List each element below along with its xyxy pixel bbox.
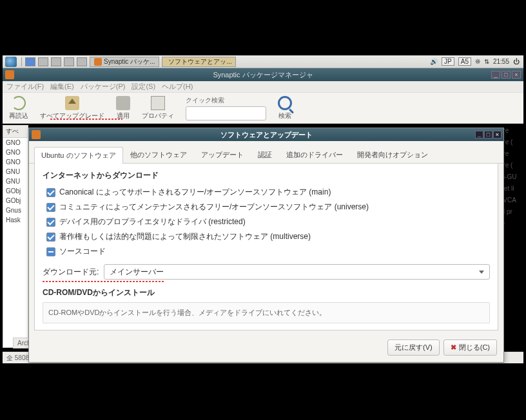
- sidebar-header: すべ: [3, 126, 28, 138]
- reload-icon: [12, 96, 26, 110]
- tab-additional-drivers[interactable]: 追加のドライバー: [279, 146, 350, 163]
- minimize-icon[interactable]: _: [475, 131, 483, 138]
- search-button[interactable]: 検索: [278, 96, 292, 120]
- category-sidebar[interactable]: すべ GNOGNOGNOGNUGNUGObjGObjGnusHask: [3, 125, 28, 348]
- revert-button[interactable]: 元に戻す(V): [387, 339, 440, 356]
- menu-package[interactable]: パッケージ(P): [81, 82, 126, 91]
- properties-button[interactable]: プロパティ: [142, 96, 174, 120]
- checkbox-universe[interactable]: [46, 203, 55, 212]
- network-icon[interactable]: ⇅: [484, 58, 489, 65]
- maximize-icon[interactable]: □: [502, 71, 511, 79]
- power-icon[interactable]: ⏻: [513, 58, 520, 65]
- tab-ubuntu-software[interactable]: Ubuntu のソフトウェア: [34, 147, 123, 164]
- properties-icon: [151, 96, 165, 110]
- quick-search-label: クイック検索: [186, 96, 266, 105]
- panel-launcher-icon[interactable]: [38, 57, 48, 66]
- synaptic-menubar: ファイル(F) 編集(E) パッケージ(P) 設定(S) ヘルプ(H): [3, 81, 523, 93]
- taskbar-item-synaptic[interactable]: Synaptic パッケ...: [90, 57, 159, 67]
- close-icon[interactable]: ×: [493, 131, 502, 138]
- sidebar-item[interactable]: GNO: [3, 148, 28, 157]
- upgrade-all-button[interactable]: すべてアップグレード: [40, 96, 104, 120]
- reload-button[interactable]: 再読込: [9, 96, 28, 120]
- checkbox-multiverse-label: 著作権もしくは法的な問題によって制限されたソフトウェア (multiverse): [59, 231, 311, 242]
- panel-launcher-icon[interactable]: [51, 57, 61, 66]
- synaptic-titlebar[interactable]: Synaptic パッケージマネージャ _ □ ×: [3, 68, 523, 81]
- download-server-value: メインサーバー: [110, 267, 164, 278]
- start-menu-icon[interactable]: [5, 57, 17, 67]
- synaptic-app-icon: [5, 70, 14, 79]
- section-cdrom: CD-ROM/DVDからインストール: [43, 287, 490, 298]
- minimize-icon[interactable]: _: [491, 71, 500, 79]
- checkbox-universe-label: コミュニティによってメンテナンスされるフリー/オープンソースソフトウェア (un…: [59, 202, 369, 213]
- chevron-down-icon: [479, 271, 484, 274]
- checkbox-main-label: Canonical によってサポートされるフリー/オープンソースソフトウェア (…: [59, 187, 331, 198]
- upgrade-icon: [65, 96, 79, 110]
- checkbox-source[interactable]: [46, 247, 55, 256]
- maximize-icon[interactable]: □: [484, 131, 492, 138]
- tab-other-software[interactable]: 他のソフトウェア: [123, 146, 194, 163]
- section-internet-download: インターネットからダウンロード: [43, 170, 490, 181]
- window-title: Synaptic パッケージマネージャ: [213, 70, 313, 80]
- apply-button[interactable]: 適用: [116, 96, 130, 120]
- tab-content: インターネットからダウンロード Canonical によってサポートされるフリー…: [34, 164, 498, 330]
- ime-indicator[interactable]: JP: [442, 57, 454, 66]
- close-button[interactable]: ✖閉じる(C): [443, 339, 497, 356]
- system-tray: 🔊 JP A5 ❊ ⇅ 21:55 ⏻: [430, 57, 523, 66]
- checkbox-restricted-label: デバイス用のプロプライエタリなドライバ (restricted): [59, 216, 246, 227]
- taskbar-item-software[interactable]: ソフトウェアとアッ...: [162, 57, 236, 67]
- dialog-app-icon: [32, 130, 41, 139]
- menu-file[interactable]: ファイル(F): [6, 82, 44, 91]
- desktop-panel: Synaptic パッケ... ソフトウェアとアッ... 🔊 JP A5 ❊ ⇅…: [3, 55, 523, 68]
- checkbox-source-label: ソースコード: [59, 246, 106, 257]
- cdrom-hint-box: CD-ROMやDVDからインストールを行う場合、メディアをドライブにいれてくださ…: [43, 302, 490, 323]
- download-from-label: ダウンロード元:: [43, 267, 99, 278]
- menu-edit[interactable]: 編集(E): [50, 82, 74, 91]
- panel-launcher-icon[interactable]: [25, 57, 35, 66]
- close-icon: ✖: [451, 343, 456, 352]
- sidebar-item[interactable]: GNO: [3, 157, 28, 167]
- close-icon[interactable]: ×: [512, 71, 521, 79]
- menu-settings[interactable]: 設定(S): [132, 82, 155, 91]
- quick-search-input[interactable]: [186, 106, 266, 120]
- tab-authentication[interactable]: 認証: [251, 146, 279, 163]
- download-server-select[interactable]: メインサーバー: [104, 264, 490, 280]
- sidebar-item[interactable]: GNU: [3, 167, 28, 177]
- clock[interactable]: 21:55: [493, 58, 509, 65]
- search-icon: [278, 96, 292, 110]
- taskbar-label: Synaptic パッケ...: [104, 57, 155, 66]
- sidebar-item[interactable]: GObj: [3, 196, 28, 205]
- sidebar-item[interactable]: GNU: [3, 177, 28, 186]
- dialog-tabs: Ubuntu のソフトウェア 他のソフトウェア アップデート 認証 追加のドライ…: [29, 141, 503, 164]
- tab-developer-options[interactable]: 開発者向けオプション: [350, 146, 435, 163]
- highlight-underline: [50, 119, 122, 120]
- panel-launcher-icon[interactable]: [64, 57, 74, 66]
- checkbox-multiverse[interactable]: [46, 233, 55, 242]
- taskbar-label: ソフトウェアとアッ...: [168, 57, 231, 66]
- apply-icon: [116, 96, 130, 110]
- keyboard-layout[interactable]: A5: [458, 57, 471, 66]
- checkbox-restricted[interactable]: [46, 218, 55, 227]
- dialog-title: ソフトウェアとアップデート: [220, 130, 313, 140]
- tab-updates[interactable]: アップデート: [194, 146, 251, 163]
- menu-help[interactable]: ヘルプ(H): [162, 82, 193, 91]
- sidebar-item[interactable]: Gnus: [3, 205, 28, 215]
- volume-icon[interactable]: 🔊: [430, 58, 438, 65]
- sidebar-item[interactable]: GObj: [3, 186, 28, 196]
- sidebar-item[interactable]: Hask: [3, 215, 28, 225]
- dialog-titlebar[interactable]: ソフトウェアとアップデート _ □ ×: [29, 128, 503, 141]
- bluetooth-icon[interactable]: ❊: [475, 58, 480, 65]
- checkbox-main[interactable]: [46, 188, 55, 197]
- software-updates-dialog: ソフトウェアとアップデート _ □ × Ubuntu のソフトウェア 他のソフト…: [28, 128, 504, 363]
- panel-launcher-icon[interactable]: [77, 57, 87, 66]
- sidebar-item[interactable]: GNO: [3, 138, 28, 148]
- highlight-underline: [43, 281, 165, 282]
